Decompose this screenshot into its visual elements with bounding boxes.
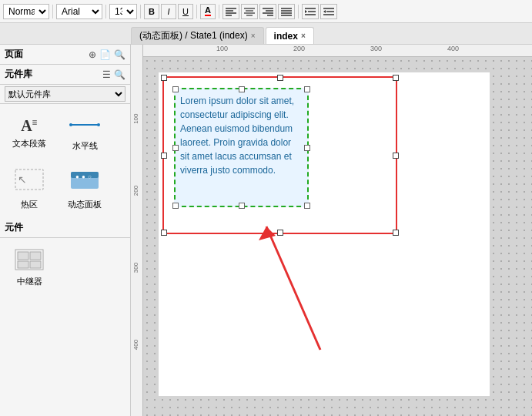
hotspot-icon: ↖ (14, 168, 45, 196)
svg-point-26 (97, 123, 100, 126)
widget-handle-ml[interactable] (172, 145, 179, 151)
components-section-header: 元件 (0, 218, 130, 238)
library-title: 元件库 (5, 68, 32, 81)
search-pages-button[interactable]: 🔍 (114, 49, 125, 60)
lib-item-dynamic-panel[interactable]: ●●○ 动态面板 (59, 163, 111, 215)
sep5 (219, 5, 219, 18)
ruler-left-100: 100 (132, 114, 139, 124)
lib-item-dynamic-panel-label: 动态面板 (68, 199, 102, 210)
text-widget[interactable]: Lorem ipsum dolor sit amet, consectetur … (174, 88, 309, 207)
handle-ml[interactable] (161, 153, 167, 159)
pages-title: 页面 (5, 48, 23, 61)
tab-bar: (动态面板) / State1 (index) × index × (0, 23, 532, 45)
horizontal-line-icon (69, 116, 100, 137)
sep1 (52, 5, 53, 18)
handle-bl[interactable] (161, 230, 167, 236)
italic-button[interactable]: I (161, 4, 176, 19)
widget-text-content: Lorem ipsum dolor sit amet, consectetur … (180, 94, 303, 177)
align-justify-button[interactable] (278, 4, 295, 19)
component-items-grid: 中继器 (0, 238, 130, 297)
handle-mr[interactable] (393, 153, 399, 159)
svg-text:●: ● (75, 173, 79, 180)
tab-dynamic[interactable]: (动态面板) / State1 (index) × (131, 27, 264, 44)
sep6 (298, 5, 299, 18)
widget-handle-bl[interactable] (172, 203, 179, 209)
font-color-button[interactable]: A (200, 4, 216, 19)
indent-button[interactable] (302, 4, 319, 19)
svg-marker-19 (305, 10, 307, 13)
ruler-top: 100 200 300 400 (143, 45, 532, 57)
widget-handle-mr[interactable] (304, 145, 310, 151)
library-items-grid: A≡ 文本段落 水平线 ↖ 热区 ●●○ (0, 104, 130, 218)
outdent-button[interactable] (320, 4, 337, 19)
svg-point-25 (69, 123, 72, 126)
lib-item-text-paragraph-label: 文本段落 (12, 138, 46, 149)
sidebar: 页面 ⊕ 📄 🔍 元件库 ☰ 🔍 默认元件库 A≡ (0, 45, 131, 416)
library-toolbar: ☰ 🔍 (102, 69, 125, 80)
lib-item-hotspot-label: 热区 (21, 199, 38, 210)
library-menu-button[interactable]: ☰ (102, 69, 111, 80)
tab-dynamic-label: (动态面板) / State1 (index) (139, 29, 248, 42)
svg-text:↖: ↖ (18, 173, 27, 186)
pages-toolbar: ⊕ 📄 🔍 (89, 49, 125, 60)
ruler-mark-300: 300 (370, 45, 382, 52)
svg-rect-37 (18, 261, 28, 268)
handle-tr[interactable] (393, 75, 399, 81)
widget-handle-bm[interactable] (239, 203, 245, 209)
align-center-button[interactable] (241, 4, 258, 19)
ruler-mark-100: 100 (216, 45, 228, 52)
library-search-button[interactable]: 🔍 (114, 69, 125, 80)
main-area: 页面 ⊕ 📄 🔍 元件库 ☰ 🔍 默认元件库 A≡ (0, 45, 532, 416)
font-select[interactable]: Arial (56, 4, 102, 19)
handle-br[interactable] (393, 230, 399, 236)
sep2 (105, 5, 106, 18)
add-page-button[interactable]: ⊕ (89, 49, 96, 60)
handle-bm[interactable] (277, 230, 283, 236)
canvas-area[interactable]: 100 200 300 400 100 200 300 400 (131, 45, 532, 416)
widget-handle-br[interactable] (304, 203, 310, 209)
tab-index[interactable]: index × (266, 27, 314, 44)
ruler-mark-400: 400 (447, 45, 459, 52)
canvas-content[interactable]: Lorem ipsum dolor sit amet, consectetur … (143, 57, 532, 416)
sep4 (196, 5, 197, 18)
widget-handle-tm[interactable] (239, 86, 245, 92)
widget-handle-tr[interactable] (304, 86, 310, 92)
size-select[interactable]: 13 (109, 4, 137, 19)
dynamic-panel-icon: ●●○ (69, 168, 100, 196)
ruler-left-200: 200 (132, 186, 139, 196)
ruler-left-400: 400 (132, 340, 139, 350)
ruler-left: 100 200 300 400 (131, 45, 143, 416)
align-left-button[interactable] (223, 4, 239, 19)
svg-rect-36 (30, 252, 41, 260)
tab-index-label: index (274, 31, 298, 42)
handle-tl[interactable] (161, 75, 167, 81)
comp-item-relay[interactable]: 中继器 (3, 241, 55, 294)
library-section-header: 元件库 ☰ 🔍 (0, 65, 130, 85)
pages-section: 页面 ⊕ 📄 🔍 (0, 45, 130, 65)
library-dropdown[interactable]: 默认元件库 (5, 86, 125, 102)
lib-item-hotspot[interactable]: ↖ 热区 (3, 163, 55, 215)
lib-item-horizontal-line[interactable]: 水平线 (59, 107, 111, 159)
text-paragraph-icon: A≡ (21, 117, 37, 135)
ruler-mark-200: 200 (293, 45, 305, 52)
svg-text:○: ○ (88, 173, 92, 180)
align-right-button[interactable] (259, 4, 276, 19)
lib-item-text-paragraph[interactable]: A≡ 文本段落 (3, 107, 55, 159)
widget-handle-tl[interactable] (172, 86, 179, 92)
handle-tm[interactable] (277, 75, 283, 81)
svg-text:●: ● (82, 173, 85, 180)
tab-dynamic-close[interactable]: × (251, 32, 256, 40)
bold-button[interactable]: B (144, 4, 159, 19)
lib-item-horizontal-line-label: 水平线 (72, 140, 98, 152)
tab-index-close[interactable]: × (301, 32, 306, 40)
svg-rect-35 (18, 252, 28, 260)
comp-item-relay-label: 中继器 (17, 276, 42, 287)
main-toolbar: Normal Arial 13 B I U A (0, 0, 532, 23)
svg-marker-23 (323, 10, 326, 13)
sep3 (140, 5, 141, 18)
ruler-left-300: 300 (132, 263, 139, 273)
underline-button[interactable]: U (178, 4, 193, 19)
relay-icon (14, 248, 45, 273)
style-select[interactable]: Normal (3, 4, 49, 19)
page-folder-button[interactable]: 📄 (99, 49, 111, 60)
